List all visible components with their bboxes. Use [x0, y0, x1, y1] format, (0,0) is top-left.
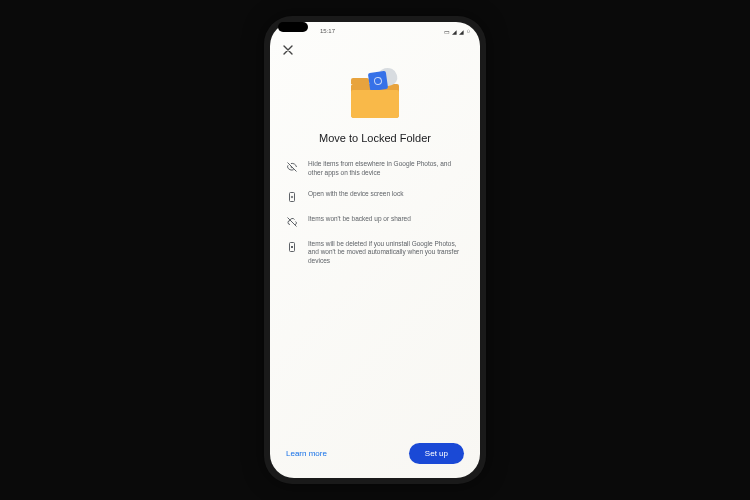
screen: 15:17 ▭ ◢ ◢ ○ Move to Locked Folder — [270, 22, 480, 478]
folder-illustration — [347, 68, 403, 118]
feature-text: Open with the device screen lock — [308, 190, 403, 199]
features-list: Hide items from elsewhere in Google Phot… — [286, 160, 464, 266]
eye-off-icon — [286, 161, 298, 173]
status-icon: ▭ — [444, 28, 450, 35]
phone-frame: 15:17 ▭ ◢ ◢ ○ Move to Locked Folder — [264, 16, 486, 484]
svg-point-1 — [291, 196, 293, 198]
feature-text: Items won't be backed up or shared — [308, 215, 411, 224]
feature-text: Hide items from elsewhere in Google Phot… — [308, 160, 464, 178]
camera-cutout — [278, 22, 308, 32]
feature-item: Open with the device screen lock — [286, 190, 464, 203]
feature-text: Items will be deleted if you uninstall G… — [308, 240, 464, 266]
page-title: Move to Locked Folder — [319, 132, 431, 144]
footer: Learn more Set up — [270, 433, 480, 478]
feature-item: Items will be deleted if you uninstall G… — [286, 240, 464, 266]
learn-more-link[interactable]: Learn more — [286, 449, 327, 458]
wifi-icon: ◢ — [452, 28, 457, 35]
phone-delete-icon — [286, 241, 298, 253]
main-content: Move to Locked Folder Hide items from el… — [270, 62, 480, 433]
feature-item: Items won't be backed up or shared — [286, 215, 464, 228]
battery-icon: ○ — [466, 28, 470, 34]
feature-item: Hide items from elsewhere in Google Phot… — [286, 160, 464, 178]
close-button[interactable] — [280, 42, 296, 58]
svg-rect-0 — [290, 192, 295, 201]
setup-button[interactable]: Set up — [409, 443, 464, 464]
status-time: 15:17 — [320, 28, 335, 34]
signal-icon: ◢ — [459, 28, 464, 35]
cloud-off-icon — [286, 216, 298, 228]
close-icon — [282, 44, 294, 56]
phone-lock-icon — [286, 191, 298, 203]
header — [270, 38, 480, 62]
